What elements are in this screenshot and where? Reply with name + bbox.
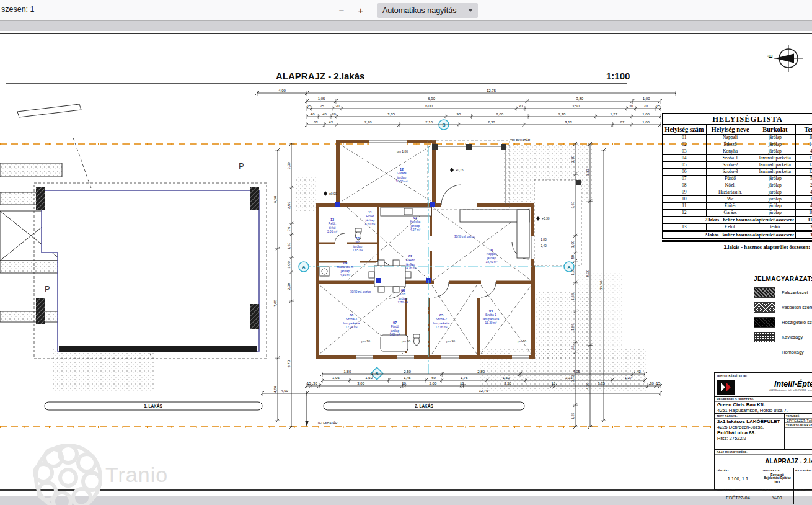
- room-list-table: HELYISÉGLISTA Helyiség számHelyiség neve…: [662, 113, 812, 239]
- dim-label: 10: [460, 382, 464, 385]
- room-label-text: Konyha: [410, 220, 421, 223]
- room-label-text: 13,30 m²: [485, 321, 497, 324]
- tranio-watermark: Tranio: [19, 433, 180, 505]
- legend-item-label: Homokágy: [782, 349, 804, 355]
- room-label-text: Fürdő: [391, 325, 399, 328]
- subject-label: TERV TÁRGYA:: [715, 414, 784, 419]
- legend-item: Homokágy: [754, 347, 812, 357]
- dim-label: 1,00: [287, 261, 291, 268]
- dim-label: 2,50: [404, 370, 411, 373]
- homokagy-swatch: [754, 347, 775, 357]
- dim-label: 15: [656, 382, 660, 385]
- table-cell: járólap: [754, 182, 796, 189]
- table-cell: járólap: [754, 141, 796, 148]
- designer-value: ÉPÍTÉSZET: Tóth Zsolt: [785, 419, 812, 422]
- table-cell: 4,60: [796, 203, 812, 210]
- room-label-text: lam.parketta: [483, 318, 500, 321]
- date-value: 2022.: [794, 493, 812, 501]
- subject-line3: Erdőhát utca 68.: [715, 430, 784, 436]
- room-label-02: 02Étkezőjárólap14,76 m²: [405, 254, 417, 270]
- drawing-no-label: RAJZSZÁM:: [794, 468, 812, 473]
- room-label-text: Szoba-3: [346, 318, 357, 321]
- room-label-12: 12Garázsjárólap18,00 m²: [396, 168, 408, 183]
- table-cell: Étkező: [706, 141, 754, 148]
- room-table-header: Burkolat: [754, 125, 796, 135]
- table-cell: laminált parketta: [754, 155, 796, 162]
- room-label-text: Étkező: [406, 258, 415, 262]
- table-cell: 04: [663, 155, 707, 162]
- dim-label: 1,80: [344, 370, 351, 373]
- table-cell: Háztartási h.: [706, 189, 754, 196]
- room-label-06: 06Szoba-3lam.parketta12,29 m²: [343, 313, 360, 329]
- room-label-text: járólap: [340, 270, 350, 273]
- dim-label: 2,00: [430, 382, 437, 385]
- table-row: 06Szoba-3laminált parketta12,29: [663, 169, 812, 176]
- client-label: MEGRENDELŐ / ÉPÍTTETŐ:: [715, 397, 812, 402]
- section-marker-a: A: [567, 265, 570, 269]
- room-label-01: 01Nappalijárólap18,49 m²: [486, 248, 498, 264]
- designer-label: TERVEZŐ:: [785, 414, 812, 419]
- unit-bar-right-label: 2. LAKÁS: [415, 403, 433, 408]
- dim-label: 1,00: [642, 112, 650, 116]
- room-label-text: 1,65 m²: [353, 249, 363, 252]
- legend-item: Falszerkezet: [754, 287, 812, 298]
- room-label-text: 18,49 m²: [486, 261, 498, 264]
- zoom-in-button[interactable]: +: [353, 2, 369, 18]
- pillar-note: 30/30 zsl. oszlop: [454, 235, 475, 238]
- room-label-text: járólap: [397, 176, 407, 179]
- scale-label: LÉPTÉK:: [715, 468, 761, 473]
- room-label-text: 12,29 m²: [346, 326, 358, 329]
- dim-label: 4,70: [586, 382, 589, 390]
- plan-type-label: TERV FAJTA:: [761, 468, 793, 473]
- room-label-text: járólap: [390, 329, 400, 333]
- room-label-text: F.elől.: [329, 222, 337, 225]
- room-label-text: 02: [408, 254, 412, 258]
- dim-label: 90: [457, 112, 461, 116]
- dim-label: 3,30: [586, 169, 589, 176]
- zoom-out-button[interactable]: −: [333, 2, 350, 18]
- sheet-scale: 1:100: [606, 71, 630, 81]
- table-cell: 03: [663, 148, 707, 155]
- room-label-text: 07: [393, 321, 397, 324]
- subject-line2: 4225 Debrecen-Józsa,: [715, 424, 784, 430]
- room-label-text: 4,60 m²: [365, 223, 376, 226]
- room-label-text: 05: [439, 313, 443, 317]
- dim-label: 8,30: [586, 269, 589, 277]
- chevron-down-icon: [468, 9, 473, 12]
- dim-label: 30: [313, 382, 317, 385]
- zoom-level-select[interactable]: Automatikus nagyítás: [377, 3, 478, 18]
- version-value: V-00: [761, 493, 793, 501]
- dim-label: 10: [402, 382, 406, 385]
- dim-label: 13,30: [599, 280, 603, 290]
- table-cell: 2.lakás - beltér hasznos alapterület öss…: [663, 217, 796, 224]
- table-cell: járólap: [754, 203, 796, 210]
- table-cell: Szoba-2: [706, 162, 754, 169]
- room-table-title: HELYISÉGLISTA: [663, 114, 812, 125]
- room-label-03: 03Konyhajárólap4,27 m²: [410, 216, 421, 231]
- table-cell: járólap: [754, 210, 796, 217]
- dim-label: 3,12: [571, 375, 575, 382]
- window-mark: pm 90: [402, 339, 410, 343]
- table-cell: 12,29: [796, 169, 812, 176]
- dim-label: 1,05: [332, 376, 340, 380]
- parking-label: P: [45, 284, 50, 293]
- table-row: 03Konyhajárólap4,27: [663, 148, 812, 155]
- level-entry: +0,15: [456, 168, 464, 172]
- dim-label: 2,30: [488, 120, 495, 124]
- dim-label: 30: [629, 104, 633, 108]
- boundary-label: TELEKHATÁR: [510, 138, 531, 142]
- table-cell: 05: [663, 162, 707, 169]
- date-label: DÁTUM:: [794, 488, 812, 493]
- pdf-viewer: { "viewer": { "page_count_label": "szese…: [0, 0, 812, 505]
- dim-label: 20: [332, 112, 336, 116]
- dim-label: 40: [311, 112, 315, 116]
- table-cell: laminált parketta: [754, 162, 796, 169]
- table-cell: Wc: [706, 196, 754, 203]
- room-label-text: 4,50 m²: [340, 274, 351, 277]
- dim-label: 3,80: [576, 97, 584, 101]
- pdf-page: Tranio ALAPRAJZ - 2.lakás 1:100 É: [0, 31, 812, 496]
- room-label-text: 2,76 m²: [398, 301, 408, 304]
- section-marker-b: B: [375, 372, 378, 376]
- legend-item-label: Vasbeton szerkezet: [782, 305, 812, 310]
- room-label-text: 12: [400, 168, 404, 171]
